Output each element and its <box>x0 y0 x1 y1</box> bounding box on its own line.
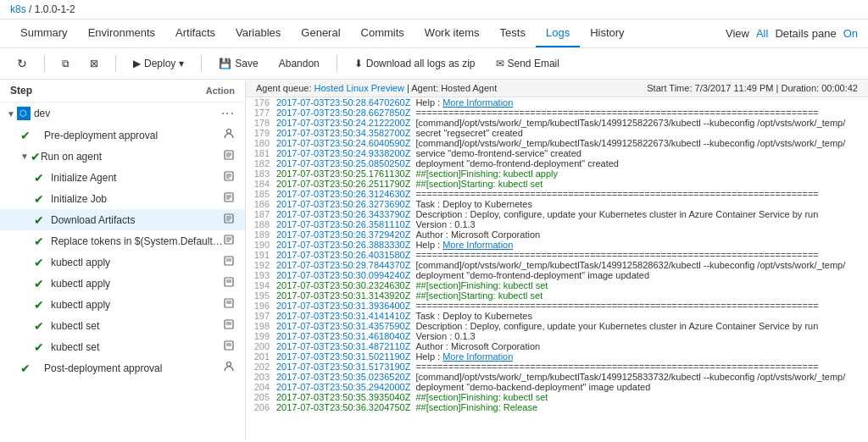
line-number: 190 <box>253 240 276 250</box>
kubectl-set-2-action[interactable] <box>223 340 235 354</box>
kubectl-set-1-action[interactable] <box>223 318 235 333</box>
tab-logs[interactable]: Logs <box>536 19 580 47</box>
sidebar-item-pre-deploy[interactable]: ✔ Pre-deployment approval <box>0 124 245 146</box>
toolbar-divider-1 <box>44 55 45 72</box>
task-icon-5 <box>223 255 235 267</box>
details-pane-on-link[interactable]: On <box>843 27 858 40</box>
tab-history[interactable]: History <box>580 19 634 47</box>
sidebar-item-init-agent[interactable]: ✔ Initialize Agent <box>0 167 245 188</box>
line-number: 199 <box>253 331 276 341</box>
kubectl-apply-2-action[interactable] <box>223 276 235 290</box>
task-icon-3 <box>223 213 235 224</box>
log-area[interactable]: Agent queue: Hosted Linux Preview | Agen… <box>246 80 868 440</box>
line-number: 205 <box>253 392 276 402</box>
kubectl-apply-3-action[interactable] <box>223 297 235 312</box>
refresh-button[interactable]: ↻ <box>10 53 34 74</box>
download-artifacts-label: Download Artifacts <box>51 214 223 226</box>
log-timestamp: 2017-07-03T23:50:31.4872110Z <box>276 341 410 351</box>
log-content: ##[section]Starting: kubectl set <box>415 290 861 301</box>
log-row: 1932017-07-03T23:50:30.0994240Zdeploymen… <box>246 270 868 280</box>
sidebar-item-init-job[interactable]: ✔ Initialize Job <box>0 188 245 209</box>
line-number: 177 <box>253 108 276 118</box>
sidebar-item-download[interactable]: ✔ Download Artifacts <box>0 209 245 230</box>
log-row: 1772017-07-03T23:50:28.6627850Z=========… <box>246 108 868 118</box>
log-row: 1842017-07-03T23:50:26.2511790Z##[sectio… <box>246 179 868 189</box>
dev-group-action[interactable]: ··· <box>221 106 235 121</box>
log-row: 1782017-07-03T23:50:24.2122200Z[command]… <box>246 118 868 128</box>
tab-variables[interactable]: Variables <box>225 19 291 47</box>
log-content: ##[section]Starting: kubectl set <box>415 179 861 189</box>
download-button[interactable]: ⬇ Download all logs as zip <box>348 54 482 73</box>
init-agent-action[interactable] <box>223 170 235 185</box>
log-content: [command]/opt/vsts/work/_temp/kubectlTas… <box>415 260 861 270</box>
agent-value: Hosted Agent <box>441 83 497 93</box>
email-button[interactable]: ✉ Send Email <box>489 54 566 73</box>
line-number: 200 <box>253 341 276 351</box>
check-icon-replace: ✔ <box>34 235 47 248</box>
abandon-button[interactable]: Abandon <box>272 54 326 73</box>
post-deploy-action[interactable] <box>223 361 235 375</box>
tab-environments[interactable]: Environments <box>78 19 165 47</box>
sidebar-item-kubectl-set-2[interactable]: ✔ kubectl set <box>0 336 245 357</box>
cancel-button[interactable]: ⊠ <box>83 54 105 73</box>
log-time-info: Start Time: 7/3/2017 11:49 PM | Duration… <box>647 83 858 93</box>
tab-summary[interactable]: Summary <box>10 19 78 47</box>
log-timestamp: 2017-07-03T23:50:26.3433790Z <box>276 209 410 219</box>
queue-link[interactable]: Hosted Linux Preview <box>314 83 404 93</box>
kubectl-apply-1-action[interactable] <box>223 255 235 269</box>
save-button[interactable]: 💾 Save <box>212 54 264 73</box>
sidebar-group-dev[interactable]: ▼ ⬡ dev ··· <box>0 102 245 124</box>
breadcrumb-link[interactable]: k8s <box>10 3 26 15</box>
tab-commits[interactable]: Commits <box>351 19 415 47</box>
sidebar-group-agent[interactable]: ▼ ✔ Run on agent <box>0 146 245 167</box>
sidebar-item-post-deploy[interactable]: ✔ Post-deployment approval <box>0 357 245 378</box>
header: k8s / 1.0.0-1-2 <box>0 0 868 19</box>
line-number: 181 <box>253 148 276 158</box>
deploy-icon: ▶ <box>133 58 141 69</box>
tab-tests[interactable]: Tests <box>490 19 536 47</box>
rerun-button[interactable]: ⧉ <box>55 54 76 73</box>
log-link[interactable]: More Information <box>442 97 513 108</box>
task-icon-7 <box>223 297 235 309</box>
log-timestamp: 2017-07-03T23:50:28.6627850Z <box>276 108 410 118</box>
tab-artifacts[interactable]: Artifacts <box>165 19 225 47</box>
sidebar-item-kubectl-apply-2[interactable]: ✔ kubectl apply <box>0 273 245 294</box>
init-job-action[interactable] <box>223 191 235 206</box>
log-row: 1862017-07-03T23:50:26.3273690ZTask : De… <box>246 199 868 209</box>
tab-general[interactable]: General <box>291 19 350 47</box>
log-timestamp: 2017-07-03T23:50:31.4618040Z <box>276 331 410 341</box>
dl-action[interactable] <box>223 213 235 227</box>
log-row: 2012017-07-03T23:50:31.5021190ZHelp : Mo… <box>246 351 868 362</box>
check-kubectl-set-1: ✔ <box>34 319 47 333</box>
agent-group-action[interactable] <box>223 149 235 163</box>
log-timestamp: 2017-07-03T23:50:31.5173190Z <box>276 362 410 372</box>
check-kubectl-apply-1: ✔ <box>34 256 47 269</box>
toolbar-divider-4 <box>337 55 337 72</box>
log-content: [command]/opt/vsts/work/_temp/kubectlTas… <box>415 118 861 128</box>
log-link[interactable]: More Information <box>442 351 513 362</box>
tab-workitems[interactable]: Work items <box>415 19 490 47</box>
log-content: ========================================… <box>415 362 861 372</box>
task-icon-4 <box>223 234 235 246</box>
log-timestamp: 2017-07-03T23:50:29.7844370Z <box>276 260 410 270</box>
sidebar-item-kubectl-apply-3[interactable]: ✔ kubectl apply <box>0 294 245 315</box>
person-icon <box>223 128 235 140</box>
line-number: 204 <box>253 382 276 392</box>
deploy-caret: ▾ <box>179 58 184 69</box>
view-all-link[interactable]: All <box>756 27 768 40</box>
sidebar-header: Step Action <box>0 80 245 102</box>
sidebar-item-kubectl-apply-1[interactable]: ✔ kubectl apply <box>0 251 245 273</box>
log-timestamp: 2017-07-03T23:50:35.3935040Z <box>276 392 410 402</box>
queue-label: Agent queue: <box>256 83 311 93</box>
log-content: Description : Deploy, configure, update … <box>415 209 861 219</box>
download-icon: ⬇ <box>354 58 363 69</box>
replace-action[interactable] <box>223 234 235 248</box>
check-icon-init-agent: ✔ <box>34 171 47 185</box>
log-row: 1762017-07-03T23:50:28.6470260ZHelp : Mo… <box>246 97 868 108</box>
log-link[interactable]: More Information <box>442 240 513 250</box>
sidebar-item-kubectl-set-1[interactable]: ✔ kubectl set <box>0 315 245 336</box>
pre-deploy-action[interactable] <box>223 128 235 142</box>
sidebar-item-replace[interactable]: ✔ Replace tokens in $(System.DefaultW... <box>0 230 245 251</box>
deploy-button[interactable]: ▶ Deploy ▾ <box>126 54 191 73</box>
kubectl-apply-3-label: kubectl apply <box>51 299 223 311</box>
